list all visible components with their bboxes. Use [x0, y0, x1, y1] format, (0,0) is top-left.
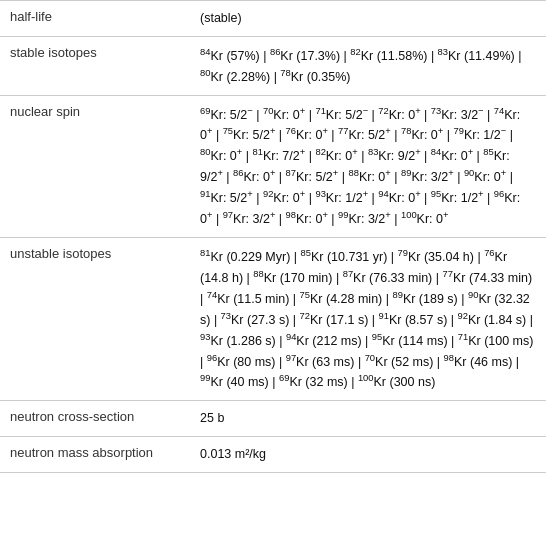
row-value: 69Kr: 5/2− | 70Kr: 0+ | 71Kr: 5/2− | 72K… — [190, 95, 546, 237]
table-row: neutron cross-section25 b — [0, 401, 546, 437]
row-label: unstable isotopes — [0, 238, 190, 401]
row-label: stable isotopes — [0, 36, 190, 95]
table-row: stable isotopes84Kr (57%) | 86Kr (17.3%)… — [0, 36, 546, 95]
table-row: half-life(stable) — [0, 1, 546, 37]
properties-table: half-life(stable)stable isotopes84Kr (57… — [0, 0, 546, 473]
row-label: neutron mass absorption — [0, 437, 190, 473]
table-row: nuclear spin69Kr: 5/2− | 70Kr: 0+ | 71Kr… — [0, 95, 546, 237]
row-label: half-life — [0, 1, 190, 37]
row-label: neutron cross-section — [0, 401, 190, 437]
row-value: 81Kr (0.229 Myr) | 85Kr (10.731 yr) | 79… — [190, 238, 546, 401]
row-label: nuclear spin — [0, 95, 190, 237]
row-value: 0.013 m²/kg — [190, 437, 546, 473]
row-value: 25 b — [190, 401, 546, 437]
table-row: neutron mass absorption0.013 m²/kg — [0, 437, 546, 473]
row-value: 84Kr (57%) | 86Kr (17.3%) | 82Kr (11.58%… — [190, 36, 546, 95]
table-row: unstable isotopes81Kr (0.229 Myr) | 85Kr… — [0, 238, 546, 401]
row-value: (stable) — [190, 1, 546, 37]
